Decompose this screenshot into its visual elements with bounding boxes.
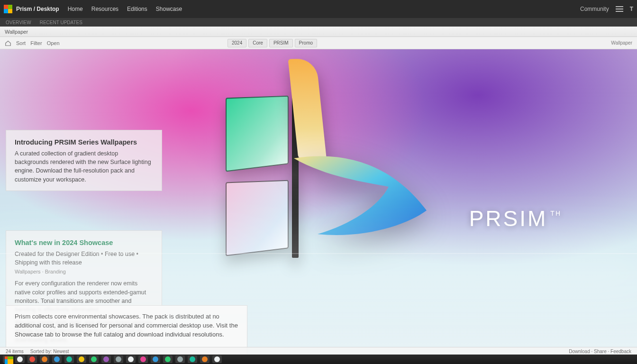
chip-brand[interactable]: PRSIM	[269, 39, 293, 47]
news2-sub: Created for the Designer Edition • Free …	[15, 250, 153, 267]
hero-logo	[218, 59, 427, 305]
subribbon-overview[interactable]: OVERVIEW	[6, 20, 31, 25]
chip-promo[interactable]: Promo	[295, 39, 317, 47]
news1-body: A curated collection of gradient desktop…	[15, 149, 153, 184]
tab-strip: Wallpaper	[0, 27, 637, 37]
taskbar-settings-icon[interactable]	[126, 355, 136, 363]
taskbar-app15-icon[interactable]	[175, 355, 185, 363]
hamburger-icon[interactable]	[616, 6, 623, 12]
taskbar-start-icon[interactable]	[3, 355, 12, 363]
chip-year[interactable]: 2024	[228, 39, 246, 47]
app-logo-icon	[4, 5, 12, 13]
brand-text: PRSIM	[469, 206, 548, 231]
status-actions[interactable]: Download · Share · Feedback	[569, 349, 631, 354]
status-count: 24 items	[6, 349, 24, 354]
tool-filter[interactable]: Filter	[30, 40, 42, 46]
home-icon[interactable]	[5, 40, 11, 46]
chip-core[interactable]: Core	[248, 39, 267, 47]
menubar: Prism / Desktop Home Resources Editions …	[0, 0, 637, 18]
taskbar-mail-icon[interactable]	[40, 355, 49, 363]
taskbar	[0, 355, 637, 364]
hero-wallpaper: PRSIMTH Introducing PRSIM Series Wallpap…	[0, 49, 637, 355]
taskbar-music-icon[interactable]	[151, 355, 160, 363]
taskbar-media-icon[interactable]	[89, 355, 99, 363]
news1-headline: Introducing PRSIM Series Wallpapers	[15, 138, 153, 146]
status-sort: Sorted by: Newest	[30, 349, 69, 354]
brand-wordmark: PRSIMTH	[469, 206, 561, 231]
logo-pane-green	[226, 96, 289, 172]
taskbar-files-icon[interactable]	[77, 355, 86, 363]
taskbar-app17-icon[interactable]	[200, 355, 209, 363]
menu-resources[interactable]: Resources	[91, 6, 118, 12]
subribbon-recent[interactable]: RECENT UPDATES	[40, 20, 82, 25]
taskbar-code-icon[interactable]	[163, 355, 173, 363]
logo-pane-pink	[226, 180, 289, 256]
menu-more[interactable]: T	[630, 6, 633, 12]
taskbar-browser-icon[interactable]	[52, 355, 62, 363]
news-card-1[interactable]: Introducing PRSIM Series Wallpapers A cu…	[6, 130, 162, 191]
taskbar-store-icon[interactable]	[64, 355, 74, 363]
logo-swoosh-icon	[289, 130, 431, 272]
menu-editions[interactable]: Editions	[127, 6, 147, 12]
news2-headline: What's new in 2024 Showcase	[15, 238, 153, 247]
taskbar-photo-icon[interactable]	[138, 355, 148, 363]
menu-home[interactable]: Home	[68, 6, 83, 12]
taskbar-app18-icon[interactable]	[212, 355, 222, 363]
menu-showcase[interactable]: Showcase	[156, 6, 182, 12]
taskbar-app16-icon[interactable]	[188, 355, 197, 363]
sub-ribbon: OVERVIEW RECENT UPDATES	[0, 18, 637, 27]
tool-sort[interactable]: Sort	[16, 40, 26, 46]
tool-row: Sort Filter Open 2024 Core PRSIM Promo W…	[0, 37, 637, 49]
taskbar-search-icon[interactable]	[15, 355, 25, 363]
toolrow-right-label: Wallpaper	[611, 40, 632, 46]
menu-community[interactable]: Community	[580, 6, 609, 12]
tool-open[interactable]: Open	[47, 40, 60, 46]
taskbar-task-icon[interactable]	[27, 355, 37, 363]
news3-body: Prism collects core environmental showca…	[15, 312, 238, 339]
tab-title[interactable]: Wallpaper	[5, 29, 28, 35]
brand-tm: TH	[550, 209, 561, 217]
taskbar-terminal-icon[interactable]	[114, 355, 123, 363]
taskbar-chat-icon[interactable]	[101, 355, 111, 363]
app-title: Prism / Desktop	[16, 6, 59, 12]
news2-tag: Wallpapers · Branding	[15, 269, 153, 274]
